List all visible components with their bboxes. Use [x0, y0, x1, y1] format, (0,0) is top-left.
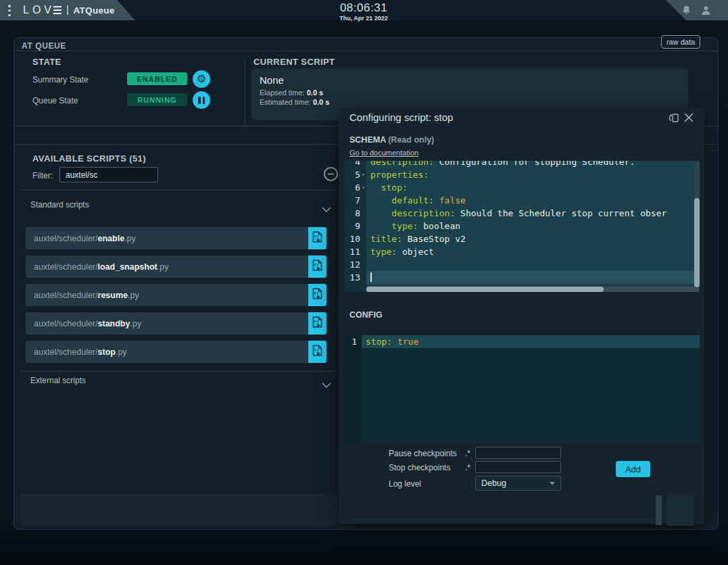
stop-checkpoints-label: Stop checkpoints — [389, 463, 450, 472]
fold-caret-icon: ▾ — [360, 181, 366, 194]
code-line: 1stop: true — [344, 335, 700, 348]
external-scripts-group-label: External scripts — [30, 376, 86, 385]
filter-label: Filter: — [32, 171, 53, 180]
script-row[interactable]: auxtel/scheduler/enable.py — [26, 227, 326, 249]
script-row[interactable]: auxtel/scheduler/stop.py — [26, 341, 326, 363]
script-row[interactable]: auxtel/scheduler/load_snapshot.py — [26, 255, 326, 278]
raw-data-button[interactable]: raw data — [661, 35, 700, 49]
divider — [14, 51, 718, 51]
pause-queue-button[interactable] — [193, 91, 210, 109]
summary-state-label: Summary State — [32, 75, 89, 84]
collapse-panel-icon[interactable] — [323, 166, 339, 182]
logo-text: LOV — [23, 4, 55, 16]
app-name: ATQueue — [74, 5, 115, 16]
filter-input[interactable] — [59, 167, 158, 182]
standard-scripts-group-label: Standard scripts — [30, 200, 89, 210]
config-editor-gutter — [344, 335, 362, 443]
script-launch-icon — [312, 260, 322, 274]
code-line: 9 type: boolean — [344, 220, 700, 232]
log-level-select[interactable]: Debug — [475, 476, 561, 491]
script-path: auxtel/scheduler/stop.py — [26, 341, 308, 363]
log-level-label: Log level — [389, 479, 421, 489]
add-button[interactable]: Add — [616, 461, 650, 477]
background-panel-fragment — [20, 494, 338, 525]
schema-code-editor[interactable]: 4description: Configuration for stopping… — [344, 161, 700, 292]
estimated-time-value: 0.0 s — [313, 98, 329, 106]
detach-window-icon[interactable] — [669, 113, 679, 126]
summary-state-config-button[interactable]: ⚙ — [193, 70, 210, 88]
divider — [20, 371, 336, 372]
pause-checkpoints-label: Pause checkpoints — [389, 449, 457, 458]
script-path: auxtel/scheduler/load_snapshot.py — [26, 255, 308, 278]
schema-readonly-note: (Read only) — [388, 135, 434, 145]
pause-checkpoints-input[interactable] — [475, 447, 561, 459]
script-launch-icon — [312, 345, 322, 359]
pause-checkpoints-regex-hint: .* — [465, 449, 470, 458]
config-heading: CONFIG — [349, 310, 383, 320]
code-line: 5▾properties: — [344, 168, 700, 181]
pause-icon — [198, 97, 205, 104]
fold-caret-icon: ▾ — [360, 168, 366, 181]
script-row[interactable]: auxtel/scheduler/standby.py — [26, 312, 326, 335]
current-script-name: None — [260, 74, 688, 86]
launch-script-button[interactable] — [308, 284, 326, 306]
log-level-value: Debug — [481, 478, 506, 488]
modal-title: Configuring script: stop — [349, 112, 453, 123]
menu-icon[interactable] — [8, 5, 11, 16]
close-icon[interactable] — [684, 113, 694, 125]
love-logo: LOV ATQueue — [23, 4, 115, 16]
script-path: auxtel/scheduler/resume.py — [26, 284, 308, 306]
schema-vscrollbar-thumb[interactable] — [694, 198, 700, 287]
top-bar: LOV ATQueue 08:06:31 Thu, Apr 21 2022 — [0, 0, 728, 20]
user-account-icon[interactable] — [700, 5, 712, 16]
logo-separator — [67, 5, 68, 15]
panel-title: AT QUEUE — [22, 41, 66, 51]
documentation-link[interactable]: Go to documentation — [349, 149, 418, 157]
queue-state-badge: RUNNING — [127, 93, 187, 106]
schema-hscrollbar-thumb[interactable] — [366, 287, 604, 292]
schema-heading-text: SCHEMA — [349, 135, 386, 145]
external-scripts-chevron-down-icon[interactable] — [322, 378, 331, 391]
script-row[interactable]: auxtel/scheduler/resume.py — [26, 284, 326, 306]
atqueue-screen: LOV ATQueue 08:06:31 Thu, Apr 21 2022 AT… — [0, 0, 728, 565]
launch-script-button[interactable] — [308, 255, 326, 278]
elapsed-time-row: Elapsed time: 0.0 s — [260, 89, 688, 97]
script-launch-icon — [312, 316, 322, 330]
clock: 08:06:31 Thu, Apr 21 2022 — [313, 1, 414, 22]
available-scripts-heading: AVAILABLE SCRIPTS (51) — [32, 153, 146, 164]
config-code-editor[interactable]: 1stop: true — [344, 335, 700, 443]
schema-heading: SCHEMA (Read only) — [349, 135, 434, 145]
elapsed-time-value: 0.0 s — [307, 89, 323, 97]
background-scrollbar-fragment — [656, 495, 662, 525]
code-line: 8 description: Should the Scheduler stop… — [344, 207, 700, 220]
launch-script-button[interactable] — [308, 341, 326, 363]
code-line: 13 — [344, 271, 700, 284]
script-launch-icon — [312, 231, 322, 245]
notifications-bell-icon[interactable] — [681, 5, 692, 16]
script-path: auxtel/scheduler/enable.py — [26, 227, 308, 249]
standard-scripts-chevron-down-icon[interactable] — [322, 203, 331, 215]
code-line: 6▾ stop: — [344, 181, 700, 194]
state-heading: STATE — [32, 57, 62, 67]
code-line: 11type: object — [344, 245, 700, 258]
launch-script-button[interactable] — [308, 227, 326, 249]
script-path: auxtel/scheduler/standby.py — [26, 312, 308, 335]
launch-script-button[interactable] — [308, 312, 326, 335]
chevron-down-icon — [550, 482, 555, 485]
logo-e-icon — [53, 6, 62, 14]
stop-checkpoints-input[interactable] — [475, 461, 561, 473]
code-line: 12 — [344, 258, 700, 271]
elapsed-time-label: Elapsed time: — [260, 89, 305, 97]
schema-lines: 4description: Configuration for stopping… — [344, 161, 700, 284]
script-launch-icon — [312, 288, 322, 302]
config-lines: 1stop: true — [344, 335, 700, 348]
background-panel-fragment — [666, 495, 694, 526]
estimated-time-label: Estimated time: — [260, 98, 311, 106]
summary-state-badge: ENABLED — [127, 72, 187, 85]
divider — [245, 59, 245, 125]
text-cursor — [370, 272, 372, 282]
queue-state-label: Queue State — [32, 96, 78, 105]
code-line: 10title: BaseStop v2 — [344, 232, 700, 245]
gear-icon: ⚙ — [197, 74, 206, 84]
estimated-time-row: Estimated time: 0.0 s — [260, 98, 688, 106]
